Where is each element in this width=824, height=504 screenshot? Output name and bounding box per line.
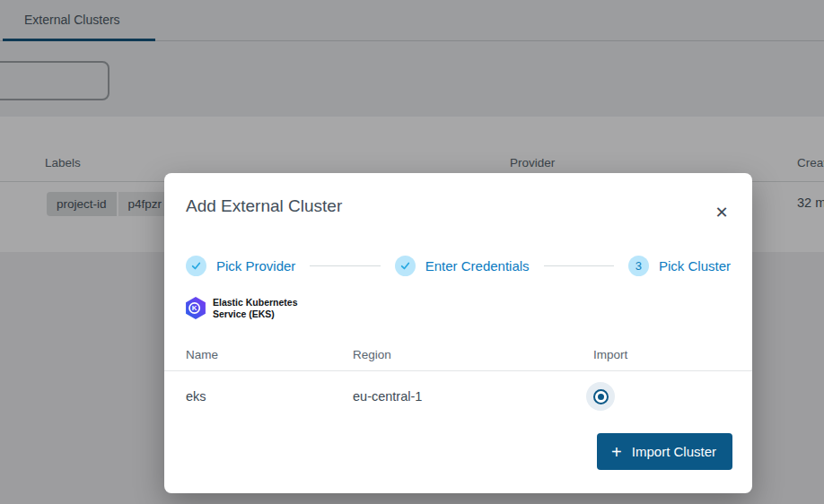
cluster-table-header: Name Region Import xyxy=(164,339,752,371)
step-label: Pick Provider xyxy=(216,258,295,274)
column-header-region: Region xyxy=(353,348,593,361)
add-external-cluster-modal: Add External Cluster ✕ Pick Provider Ent… xyxy=(164,173,752,493)
modal-title: Add External Cluster xyxy=(186,196,342,216)
step-pick-cluster[interactable]: 3 Pick Cluster xyxy=(628,256,731,276)
column-header-name: Name xyxy=(186,348,353,361)
check-icon xyxy=(186,256,206,276)
step-label: Enter Credentials xyxy=(425,258,530,274)
import-radio-button[interactable] xyxy=(586,382,615,411)
cluster-row-eks[interactable]: eks eu-central-1 xyxy=(164,371,752,421)
provider-name-line1: Elastic Kubernetes xyxy=(213,297,298,308)
eks-logo-icon: K xyxy=(186,297,206,319)
column-header-import: Import xyxy=(593,348,731,361)
wizard-stepper: Pick Provider Enter Credentials 3 Pick C… xyxy=(186,255,731,276)
close-icon[interactable]: ✕ xyxy=(711,202,732,223)
cluster-region-cell: eu-central-1 xyxy=(353,389,593,404)
import-cluster-button[interactable]: + Import Cluster xyxy=(597,433,732,470)
svg-text:K: K xyxy=(192,304,197,312)
provider-name: Elastic Kubernetes Service (EKS) xyxy=(213,297,298,319)
cluster-name-cell: eks xyxy=(186,389,353,404)
radio-ring xyxy=(593,389,609,404)
step-number: 3 xyxy=(636,259,642,273)
step-number-badge: 3 xyxy=(628,256,649,276)
selected-provider: K Elastic Kubernetes Service (EKS) xyxy=(186,297,298,319)
provider-name-line2: Service (EKS) xyxy=(213,308,298,320)
import-cluster-button-label: Import Cluster xyxy=(632,444,716,459)
stepper-divider xyxy=(544,265,614,266)
radio-dot xyxy=(598,394,604,400)
step-pick-provider[interactable]: Pick Provider xyxy=(186,256,295,276)
stepper-divider xyxy=(310,265,380,266)
step-enter-credentials[interactable]: Enter Credentials xyxy=(395,256,530,276)
plus-icon: + xyxy=(611,443,622,461)
step-label: Pick Cluster xyxy=(659,258,731,274)
check-icon xyxy=(395,256,416,276)
